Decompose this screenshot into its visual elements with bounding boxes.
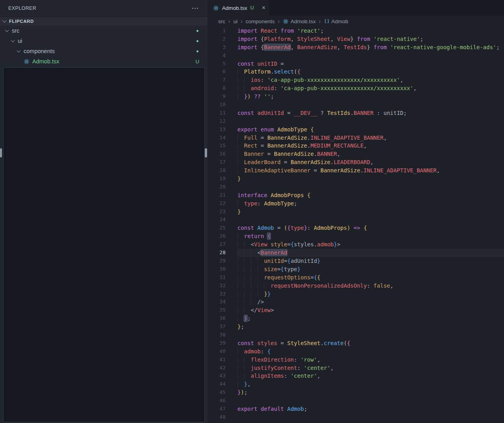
breadcrumb-item-ui[interactable]: ui [233,18,238,24]
code-line[interactable]: LeaderBoard = BannerAdSize.LEADERBOARD, [237,158,504,166]
code-line[interactable]: requestOptions={{ [237,273,504,282]
tree-item-label: Admob.tsx [32,58,59,65]
code-line[interactable]: return ( [237,232,504,240]
line-number: 39 [208,339,226,347]
code-line[interactable]: import {BannerAd, BannerAdSize, TestIds}… [237,43,504,52]
code-line[interactable]: ); [237,314,504,323]
code-line[interactable]: Full = BannerAdSize.INLINE_ADAPTIVE_BANN… [237,134,504,142]
react-icon [283,18,289,24]
code-line[interactable] [237,117,504,126]
code-line[interactable]: }); [237,388,504,397]
tab-bar: Admob.tsx U × [208,0,504,16]
tab-admob-tsx[interactable]: Admob.tsx U × [208,0,269,16]
code-line[interactable] [237,101,504,109]
tree-item-src[interactable]: src [0,26,208,36]
code-line[interactable]: interface AdmobProps { [237,191,504,199]
line-number: 33 [208,290,226,298]
code-line[interactable]: alignItems: 'center', [237,372,504,380]
close-icon[interactable]: × [262,4,265,11]
line-number: 19 [208,175,226,183]
line-number: 42 [208,364,226,372]
code-line[interactable]: }) ?? ''; [237,92,504,101]
more-actions-icon[interactable]: ⋯ [192,6,199,10]
git-untracked-badge: U [196,59,199,65]
project-section-header[interactable]: FLIPCARD [0,17,208,26]
code-line[interactable]: size={type} [237,265,504,273]
code-line[interactable] [237,183,504,191]
code-line[interactable]: export default Admob; [237,405,504,413]
code-line[interactable]: requestNonPersonalizedAdsOnly: false, [237,282,504,290]
code-line[interactable]: export enum AdmobType { [237,126,504,134]
code-line[interactable]: Platform.select({ [237,68,504,76]
code-line[interactable] [237,52,504,60]
breadcrumb-separator: › [228,18,230,24]
code-line[interactable]: const Admob = ({type}: AdmobProps) => { [237,224,504,232]
code-line[interactable]: <BannerAd [237,249,504,257]
code-line[interactable]: }, [237,380,504,388]
code-line[interactable]: Rect = BannerAdSize.MEDIUM_RECTANGLE, [237,142,504,150]
code-line[interactable]: }} [237,290,504,298]
code-line[interactable]: flexDirection: 'row', [237,356,504,364]
breadcrumb-item-admob-tsx[interactable]: Admob.tsx [283,18,316,24]
code-line[interactable]: import React from 'react'; [237,27,504,35]
breadcrumb-separator: › [241,18,243,24]
line-number: 48 [208,413,226,421]
code-line[interactable]: const unitID = [237,60,504,68]
line-number: 43 [208,372,226,380]
code-line[interactable]: /> [237,298,504,306]
code-line[interactable]: android: 'ca-app-pub-xxxxxxxxxxxxxxxx/xx… [237,84,504,92]
code-line[interactable]: justifyContent: 'center', [237,364,504,372]
breadcrumb-label: ui [233,18,238,24]
tree-item-admob-tsx[interactable]: Admob.tsxU [0,56,208,66]
explorer-title: EXPLORER [8,6,36,11]
code-line[interactable]: ios: 'ca-app-pub-xxxxxxxxxxxxxxxx/xxxxxx… [237,76,504,84]
code-line[interactable]: }; [237,323,504,331]
code-line[interactable]: admob: { [237,347,504,356]
tree-item-components[interactable]: components [0,46,208,56]
code-content: import React from 'react';import {Platfo… [237,27,504,423]
code-line[interactable]: } [237,208,504,216]
breadcrumb-label: components [246,18,275,24]
line-number: 29 [208,257,226,265]
code-line[interactable] [237,216,504,224]
line-number: 2 [208,35,226,43]
modified-dot-badge [196,30,198,32]
code-editor[interactable]: 1234567891011121314151617181920212223242… [208,27,504,423]
line-number: 23 [208,208,226,216]
line-number: 41 [208,356,226,364]
line-number: 5 [208,60,226,68]
code-line[interactable]: type: AdmobType; [237,199,504,208]
breadcrumb-item-src[interactable]: src [218,18,225,24]
code-line[interactable]: InlineAdaptiveBanner = BannerAdSize.INLI… [237,166,504,175]
line-number: 16 [208,150,226,158]
breadcrumb-item-components[interactable]: components [246,18,275,24]
code-line[interactable]: <View style={styles.admob}> [237,240,504,249]
left-scrollbar-thumb[interactable] [0,148,2,157]
breadcrumb-item-admob[interactable]: Admob [324,18,348,24]
react-icon [213,5,219,11]
line-number: 46 [208,397,226,405]
tree-item-ui[interactable]: ui [0,36,208,46]
line-number: 20 [208,183,226,191]
line-number: 44 [208,380,226,388]
code-line[interactable]: unitId={adUnitId} [237,257,504,265]
line-number: 25 [208,224,226,232]
code-line[interactable]: Banner = BannerAdSize.BANNER, [237,150,504,158]
code-line[interactable]: const adUnitId = __DEV__ ? TestIds.BANNE… [237,109,504,117]
code-line[interactable]: </View> [237,306,504,314]
line-number: 36 [208,314,226,323]
tab-git-status-badge: U [250,5,254,11]
line-numbers: 1234567891011121314151617181920212223242… [208,27,237,423]
line-number: 26 [208,232,226,240]
breadcrumb-label: src [218,18,225,24]
code-line[interactable] [237,413,504,421]
sidebar-resize-handle[interactable] [205,148,207,157]
code-line[interactable]: const styles = StyleSheet.create({ [237,339,504,347]
code-line[interactable]: import {Platform, StyleSheet, View} from… [237,35,504,43]
line-number: 4 [208,52,226,60]
modified-dot-badge [196,50,198,52]
line-number: 24 [208,216,226,224]
code-line[interactable]: } [237,175,504,183]
code-line[interactable] [237,397,504,405]
code-line[interactable] [237,331,504,339]
